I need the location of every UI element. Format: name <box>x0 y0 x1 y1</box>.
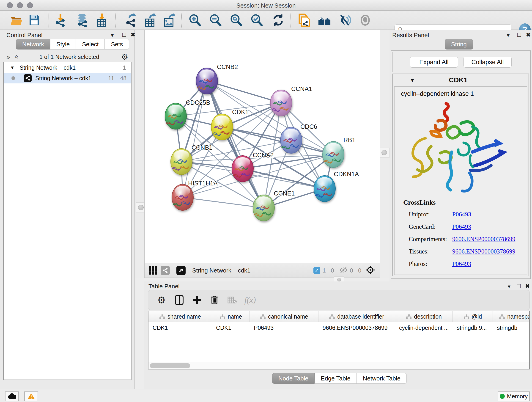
collapse-card-icon[interactable]: ▼ <box>409 77 415 84</box>
left-splitter[interactable] <box>135 30 144 278</box>
tab-network-table[interactable]: Network Table <box>357 373 407 384</box>
table-panel-float-icon[interactable]: □ <box>517 282 520 289</box>
network-canvas[interactable]: CCNB2CCNA1CDC25BCDK1CDC6RB1CCNB1CCNA2CDK… <box>144 30 380 263</box>
export-network-icon[interactable] <box>125 14 138 27</box>
network-row-selected[interactable]: String Network – cdk1 11 48 <box>4 73 131 83</box>
table-row[interactable]: CDK1CDK1P064939606.ENSP00000378699cyclin… <box>148 322 529 333</box>
tab-string[interactable]: String <box>445 39 473 50</box>
network-node-CDC6[interactable] <box>280 127 302 153</box>
splitter-dot-icon <box>138 205 144 210</box>
tab-node-table[interactable]: Node Table <box>272 373 315 384</box>
open-in-browser-icon[interactable] <box>177 266 186 275</box>
table-panel-menu-icon[interactable]: ▾ <box>508 283 510 290</box>
tab-style[interactable]: Style <box>50 39 76 50</box>
collapse-all-button[interactable]: Collapse All <box>463 57 512 68</box>
crosslink-link[interactable]: P06493 <box>452 223 471 230</box>
zoom-fit-icon[interactable] <box>230 14 242 27</box>
import-table-from-file-icon[interactable] <box>95 14 108 27</box>
table-cell[interactable]: P06493 <box>250 322 318 333</box>
network-graph[interactable]: CCNB2CCNA1CDC25BCDK1CDC6RB1CCNB1CCNA2CDK… <box>145 30 380 263</box>
horizontal-splitter[interactable] <box>144 278 380 281</box>
tab-sets[interactable]: Sets <box>105 39 129 50</box>
zoom-selected-icon[interactable] <box>250 14 263 27</box>
column-header-sharedname[interactable]: shared name <box>148 311 212 322</box>
expand-all-networks-icon[interactable]: » <box>12 55 19 59</box>
copy-network-icon[interactable] <box>298 14 311 27</box>
export-table-icon[interactable] <box>144 14 157 27</box>
hidden-eye-icon[interactable] <box>339 267 348 274</box>
center-view-icon[interactable] <box>365 265 375 276</box>
results-panel-float-icon[interactable]: □ <box>517 31 521 38</box>
tab-network[interactable]: Network <box>16 39 50 50</box>
control-panel-float-icon[interactable]: □ <box>122 31 126 38</box>
network-collection-row[interactable]: ▼ String Network – cdk1 1 <box>4 62 131 73</box>
network-node-CCNA2[interactable] <box>232 156 253 182</box>
network-node-HIST1H1A[interactable] <box>172 184 193 211</box>
table-horizontal-scrollbar[interactable] <box>148 362 529 369</box>
collapse-all-networks-icon[interactable]: » <box>6 53 10 60</box>
show-hidden-icon[interactable] <box>359 14 372 27</box>
table-cell[interactable]: CDK1 <box>148 322 212 333</box>
table-cell[interactable]: stringdb:9... <box>453 322 493 333</box>
network-node-CDKN1A[interactable] <box>314 176 336 202</box>
tab-edge-table[interactable]: Edge Table <box>315 373 357 384</box>
cloud-status-button[interactable] <box>5 391 19 401</box>
network-options-gear-icon[interactable]: ⚙ <box>121 52 128 62</box>
string-style-icon[interactable] <box>161 266 170 275</box>
crosslink-link[interactable]: 9606.ENSP00000378699 <box>452 248 515 255</box>
network-node-RB1[interactable] <box>323 141 344 167</box>
network-node-CCNB1[interactable] <box>171 148 192 175</box>
crosslink-link[interactable]: P06493 <box>452 211 471 218</box>
results-panel-close-icon[interactable]: ✖ <box>526 32 531 38</box>
column-header-name[interactable]: name <box>212 311 250 322</box>
show-all-networks-icon[interactable] <box>318 14 331 27</box>
column-header-namespace[interactable]: namespace <box>493 311 530 322</box>
warnings-button[interactable] <box>24 391 38 401</box>
network-node-CCNB2[interactable] <box>196 68 218 94</box>
crosslink-link[interactable]: 9606.ENSP00000378699 <box>452 236 515 243</box>
zoom-out-icon[interactable] <box>209 14 222 27</box>
network-edge-HIST1H1A-CCNE1[interactable] <box>183 197 264 208</box>
birdseye-grid-icon[interactable] <box>149 266 157 274</box>
delete-column-icon[interactable] <box>210 295 218 305</box>
results-panel-menu-icon[interactable]: ▾ <box>507 32 510 38</box>
crosslink-link[interactable]: P06493 <box>452 260 471 268</box>
column-header-id[interactable]: @id <box>453 311 493 322</box>
expand-all-button[interactable]: Expand All <box>410 57 458 68</box>
add-column-icon[interactable] <box>193 296 201 304</box>
show-columns-icon[interactable] <box>175 295 184 305</box>
column-header-databaseidentifier[interactable]: database identifier <box>318 311 395 322</box>
network-node-CDK1[interactable] <box>211 114 233 140</box>
export-image-icon[interactable] <box>163 14 176 27</box>
tab-select[interactable]: Select <box>76 39 105 50</box>
refresh-network-icon[interactable] <box>272 14 285 27</box>
import-network-from-database-icon[interactable] <box>76 14 89 27</box>
table-options-gear-icon[interactable]: ⚙ <box>157 295 166 305</box>
collection-expander-icon[interactable]: ▼ <box>10 65 15 70</box>
table-cell[interactable]: stringdb <box>493 322 530 333</box>
scrollbar-thumb[interactable] <box>150 363 190 368</box>
table-cell[interactable]: cyclin-dependent ... <box>395 322 453 333</box>
network-node-CDC25B[interactable] <box>165 103 186 129</box>
import-network-from-file-icon[interactable] <box>54 14 67 27</box>
network-node-CCNA1[interactable] <box>270 90 292 116</box>
right-splitter-handle[interactable] <box>379 148 389 158</box>
network-edge-CCNB2-CCNE1[interactable] <box>207 81 264 208</box>
network-edge-CCNB2-CCNA1[interactable] <box>207 81 281 103</box>
control-panel-menu-icon[interactable]: ▾ <box>111 32 114 38</box>
selected-checkbox[interactable]: ✓ <box>313 267 320 274</box>
table-cell[interactable]: CDK1 <box>212 322 250 333</box>
memory-button[interactable]: Memory <box>498 391 530 401</box>
table-cell[interactable]: 9606.ENSP00000378699 <box>318 322 395 333</box>
zoom-in-icon[interactable] <box>188 14 201 27</box>
hide-selected-icon[interactable] <box>338 14 351 27</box>
save-session-icon[interactable] <box>28 14 41 27</box>
table-panel-close-icon[interactable]: ✖ <box>525 283 530 289</box>
node-result-body: cyclin–dependent kinase 1 <box>394 86 527 275</box>
network-edge-CCNA2-CDKN1A[interactable] <box>243 169 325 189</box>
open-session-icon[interactable] <box>10 14 23 27</box>
network-node-CCNE1[interactable] <box>253 195 274 221</box>
column-header-description[interactable]: description <box>395 311 453 322</box>
column-header-canonicalname[interactable]: canonical name <box>250 311 318 322</box>
node-result-header[interactable]: ▼ CDK1 <box>393 74 529 86</box>
